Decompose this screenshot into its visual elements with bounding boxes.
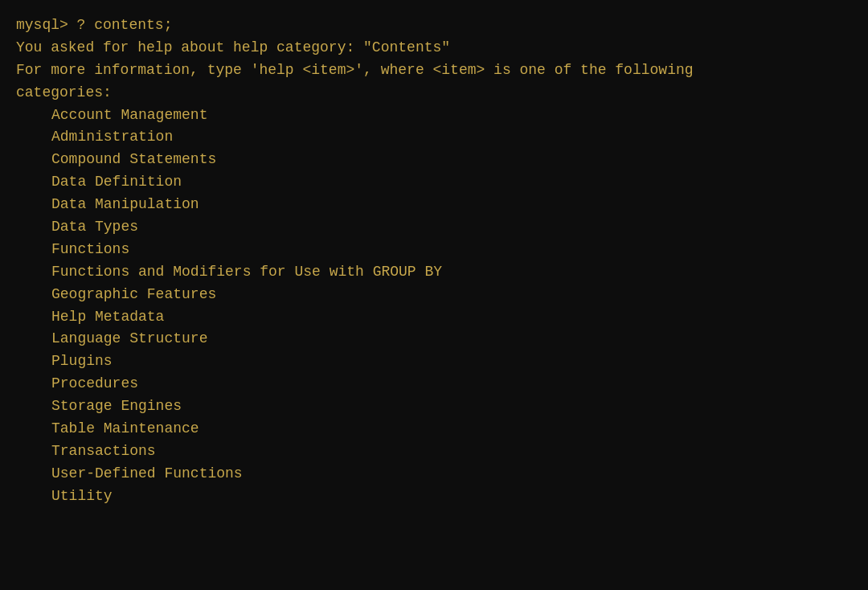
category-item: Compound Statements (16, 149, 852, 171)
category-item: Functions (16, 239, 852, 261)
category-item: Data Manipulation (16, 194, 852, 216)
output-line-1: You asked for help about help category: … (16, 37, 852, 59)
category-item: Geographic Features (16, 284, 852, 306)
category-list: Account ManagementAdministrationCompound… (16, 104, 852, 508)
category-item: Administration (16, 126, 852, 149)
output-line-2: For more information, type 'help <item>'… (16, 59, 852, 82)
category-item: Transactions (16, 440, 852, 463)
category-item: Functions and Modifiers for Use with GRO… (16, 261, 852, 284)
category-item: Data Definition (16, 171, 852, 194)
category-item: Plugins (16, 350, 852, 373)
category-item: Data Types (16, 216, 852, 239)
category-item: Utility (16, 486, 852, 508)
terminal-window: mysql> ? contents; You asked for help ab… (0, 0, 868, 590)
category-item: Procedures (16, 373, 852, 395)
category-item: Language Structure (16, 328, 852, 350)
output-line-3: categories: (16, 82, 852, 104)
category-item: Storage Engines (16, 395, 852, 418)
category-item: Help Metadata (16, 306, 852, 329)
prompt-line: mysql> ? contents; (16, 14, 852, 37)
category-item: User-Defined Functions (16, 463, 852, 486)
category-item: Table Maintenance (16, 418, 852, 440)
category-item: Account Management (16, 104, 852, 127)
